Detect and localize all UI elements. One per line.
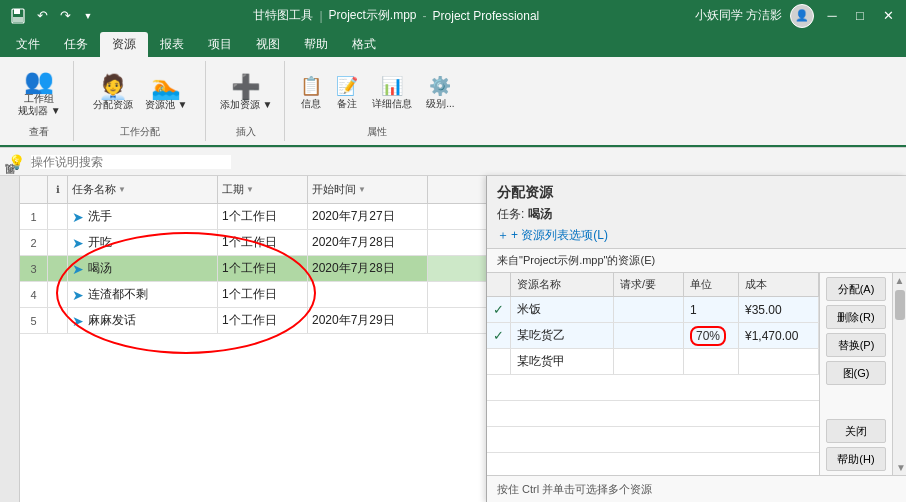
row-info-3 (48, 256, 68, 281)
assign-resource-icon: 🧑‍💼 (98, 75, 128, 99)
assign-panel-source: 来自"Project示例.mpp"的资源(E) (487, 249, 906, 273)
title-bar-left: ↶ ↷ ▼ (8, 6, 98, 26)
row-unit-1: 1 (684, 297, 739, 322)
options-link[interactable]: ＋ + 资源列表选项(L) (497, 227, 896, 244)
task-label: 任务: (497, 206, 524, 223)
row-num-5: 5 (20, 308, 48, 333)
graph-button[interactable]: 图(G) (826, 361, 886, 385)
footer-text: 按住 Ctrl 并单击可选择多个资源 (497, 482, 652, 497)
minimize-icon[interactable]: ─ (822, 6, 842, 26)
notes-button[interactable]: 📝 备注 (333, 73, 361, 113)
row-res-name-1: 米饭 (511, 297, 614, 322)
level-icon: ⚙️ (429, 75, 451, 97)
help-button[interactable]: 帮助(H) (826, 447, 886, 471)
title-bar-center: 甘特图工具 | Project示例.mpp - Project Professi… (98, 7, 695, 24)
th-start[interactable]: 开始时间 ▼ (308, 176, 428, 203)
tab-view[interactable]: 视图 (244, 32, 292, 57)
th-duration[interactable]: 工期 ▼ (218, 176, 308, 203)
assign-row[interactable]: 某吃货甲 (487, 349, 819, 375)
tab-task[interactable]: 任务 (52, 32, 100, 57)
row-taskicon-3: ➤ 喝汤 (68, 256, 218, 281)
remove-button[interactable]: 删除(R) (826, 305, 886, 329)
add-resource-button[interactable]: ➕ 添加资源 ▼ (216, 73, 277, 113)
row-start-2: 2020年7月28日 (308, 230, 428, 255)
scroll-down-icon[interactable]: ▼ (896, 462, 906, 473)
view-group-label: 查看 (29, 125, 49, 139)
th-task-name[interactable]: 任务名称 ▼ (68, 176, 218, 203)
tab-help[interactable]: 帮助 (292, 32, 340, 57)
options-label: + 资源列表选项(L) (511, 227, 608, 244)
info-icon: 📋 (300, 75, 322, 97)
tab-format[interactable]: 格式 (340, 32, 388, 57)
assign-panel-task: 任务: 喝汤 (497, 206, 896, 223)
replace-button[interactable]: 替换(P) (826, 333, 886, 357)
notes-icon: 📝 (336, 75, 358, 97)
ribbon-content: 👥 工作组规划器 ▼ 查看 🧑‍💼 分配资源 🏊 资源池 ▼ 工作分配 (0, 57, 906, 147)
row-cost-3 (739, 349, 819, 374)
assign-table-body: ✓ 米饭 1 ¥35.00 ✓ 某吃货乙 (487, 297, 819, 475)
row-unit-3 (684, 349, 739, 374)
workgroup-planner-button[interactable]: 👥 工作组规划器 ▼ (14, 67, 65, 119)
th-req: 请求/要 (614, 273, 684, 296)
ribbon-group-props: 📋 信息 📝 备注 📊 详细信息 ⚙️ 级别... 属性 (287, 61, 467, 141)
resource-pool-icon: 🏊 (151, 75, 181, 99)
title-separator1: | (319, 9, 322, 23)
undo-icon[interactable]: ↶ (32, 6, 52, 26)
row-num-2: 2 (20, 230, 48, 255)
search-input[interactable] (31, 155, 231, 169)
assign-button[interactable]: 分配(A) (826, 277, 886, 301)
row-start-5: 2020年7月29日 (308, 308, 428, 333)
ribbon-group-insert: ➕ 添加资源 ▼ 插入 (208, 61, 286, 141)
tab-report[interactable]: 报表 (148, 32, 196, 57)
assign-buttons: 🧑‍💼 分配资源 🏊 资源池 ▼ (89, 63, 192, 123)
task-icon-4: ➤ (72, 287, 84, 303)
row-duration-4: 1个工作日 (218, 282, 308, 307)
close-icon[interactable]: ✕ (878, 6, 898, 26)
row-check-2: ✓ (487, 323, 511, 348)
task-name-sort: ▼ (118, 185, 126, 194)
plus-icon: ＋ (497, 227, 509, 244)
ribbon-group-assign: 🧑‍💼 分配资源 🏊 资源池 ▼ 工作分配 (76, 61, 206, 141)
redo-icon[interactable]: ↷ (55, 6, 75, 26)
left-sidebar: 视图 (0, 176, 20, 502)
filename-label: Project示例.mpp (329, 7, 417, 24)
task-name-value: 喝汤 (528, 206, 552, 223)
title-bar-right: 小妖同学 方洁影 👤 ─ □ ✕ (695, 4, 898, 28)
row-start-1: 2020年7月27日 (308, 204, 428, 229)
user-avatar[interactable]: 👤 (790, 4, 814, 28)
assign-row[interactable]: ✓ 米饭 1 ¥35.00 (487, 297, 819, 323)
row-duration-1: 1个工作日 (218, 204, 308, 229)
close-button[interactable]: 关闭 (826, 419, 886, 443)
row-start-4 (308, 282, 428, 307)
tab-file[interactable]: 文件 (4, 32, 52, 57)
maximize-icon[interactable]: □ (850, 6, 870, 26)
tab-resource[interactable]: 资源 (100, 32, 148, 57)
sidebar-label-view: 视图 (1, 180, 19, 184)
level-button[interactable]: ⚙️ 级别... (423, 73, 457, 113)
customize-icon[interactable]: ▼ (78, 6, 98, 26)
start-sort: ▼ (358, 185, 366, 194)
task-icon-3: ➤ (72, 261, 84, 277)
panel-scrollbar[interactable]: ▲ ▼ (892, 273, 906, 475)
row-res-name-2: 某吃货乙 (511, 323, 614, 348)
props-buttons: 📋 信息 📝 备注 📊 详细信息 ⚙️ 级别... (297, 63, 457, 123)
row-info-1 (48, 204, 68, 229)
row-taskicon-4: ➤ 连渣都不剩 (68, 282, 218, 307)
assign-resource-button[interactable]: 🧑‍💼 分配资源 (89, 73, 137, 113)
resource-pool-button[interactable]: 🏊 资源池 ▼ (141, 73, 192, 113)
row-start-3: 2020年7月28日 (308, 256, 428, 281)
scroll-up-icon[interactable]: ▲ (895, 275, 905, 286)
row-num-1: 1 (20, 204, 48, 229)
scroll-thumb[interactable] (895, 290, 905, 320)
ribbon-tab-bar: 文件 任务 资源 报表 项目 视图 帮助 格式 (0, 31, 906, 57)
tab-project[interactable]: 项目 (196, 32, 244, 57)
details-icon: 📊 (381, 75, 403, 97)
title-separator2: - (423, 9, 427, 23)
workgroup-icon: 👥 (24, 69, 54, 93)
assign-row[interactable]: ✓ 某吃货乙 70% ¥1,470.00 (487, 323, 819, 349)
info-button[interactable]: 📋 信息 (297, 73, 325, 113)
file-save-icon[interactable] (8, 6, 28, 26)
row-cost-1: ¥35.00 (739, 297, 819, 322)
insert-buttons: ➕ 添加资源 ▼ (216, 63, 277, 123)
details-button[interactable]: 📊 详细信息 (369, 73, 415, 113)
